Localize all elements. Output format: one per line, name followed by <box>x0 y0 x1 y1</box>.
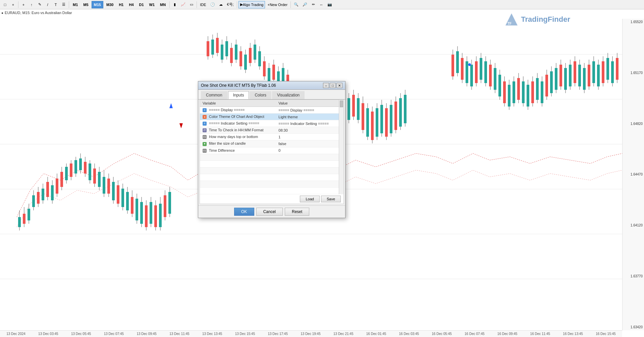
svg-rect-37 <box>84 162 87 174</box>
tools-btn[interactable]: ☰ <box>60 1 67 8</box>
row-variable: ⏱ Time To Check in HH:MM Format <box>200 127 276 134</box>
scroll-btn[interactable]: ↔ <box>318 1 325 8</box>
sep4 <box>197 1 197 8</box>
time-4: 13 Dec 07:45 <box>104 332 124 336</box>
time-12: 16 Dec 01:45 <box>366 332 386 336</box>
svg-rect-215 <box>574 61 576 83</box>
dialog-content: Variable Value ≡ ===== Display ===== ===… <box>200 99 344 204</box>
svg-rect-17 <box>37 192 40 204</box>
dialog-scrollbar[interactable] <box>339 100 343 194</box>
screenshot-btn[interactable]: 📷 <box>326 1 334 8</box>
svg-marker-74 <box>179 123 183 128</box>
algo-trading-btn[interactable]: ▶ Algo Trading <box>238 1 265 8</box>
svg-rect-163 <box>451 55 454 76</box>
ide-btn[interactable]: IDE <box>198 1 208 8</box>
tab-colors[interactable]: Colors <box>250 91 271 99</box>
load-btn[interactable]: Load <box>300 196 319 202</box>
svg-rect-49 <box>112 182 115 200</box>
grid-btn[interactable]: ✏ <box>310 1 317 8</box>
signal-btn[interactable]: €号; <box>225 1 235 8</box>
table-row[interactable]: ▼ filter the size of candle false <box>200 140 339 147</box>
table-body: ≡ ===== Display ===== ===== Display ====… <box>200 107 339 194</box>
history-btn[interactable]: 🕑 <box>209 1 217 8</box>
tf-d1[interactable]: D1 <box>137 1 146 8</box>
table-row[interactable]: 01 Time Difference 0 <box>200 147 339 154</box>
svg-rect-193 <box>522 81 525 103</box>
objects-btn[interactable]: ▭ <box>188 1 195 8</box>
inputs-table: Variable Value ≡ ===== Display ===== ===… <box>200 100 339 194</box>
row-variable: ● Color Theme Of Chart And Object <box>200 114 276 120</box>
pen-btn[interactable]: ✎ <box>36 1 43 8</box>
chart-type-btn[interactable]: ▮ <box>171 1 178 8</box>
sep2 <box>69 1 69 8</box>
line-btn[interactable]: / <box>44 1 51 8</box>
svg-rect-51 <box>117 185 119 204</box>
time-3: 13 Dec 05:45 <box>71 332 91 336</box>
svg-rect-29 <box>65 167 68 180</box>
dialog-close-btn[interactable]: ✕ <box>336 83 342 88</box>
table-row[interactable]: ● Color Theme Of Chart And Object Light … <box>200 114 339 120</box>
row-value: 1 <box>276 134 339 140</box>
row-variable: 01 How many days top or bottom <box>200 134 276 140</box>
time-7: 13 Dec 13:45 <box>202 332 222 336</box>
ok-btn[interactable]: OK <box>234 208 254 216</box>
table-row[interactable]: ≡ ===== Display ===== ===== Display ====… <box>200 107 339 114</box>
sep6 <box>290 1 291 8</box>
time-2: 13 Dec 03:45 <box>38 332 58 336</box>
svg-rect-89 <box>235 45 237 60</box>
dialog-titlebar[interactable]: One Shot One Kill ICT MT5 By TFlab 1.06 … <box>198 81 345 90</box>
arrow-btn[interactable]: ↑ <box>28 1 35 8</box>
tf-w1[interactable]: W1 <box>147 1 157 8</box>
svg-rect-91 <box>239 51 242 66</box>
time-19: 16 Dec 15:45 <box>596 332 616 336</box>
zoom-out-btn[interactable]: 🔎 <box>301 1 309 8</box>
indicators-btn[interactable]: 📈 <box>179 1 187 8</box>
table-header: Variable Value <box>200 100 339 107</box>
sep3 <box>169 1 170 8</box>
tf-h1[interactable]: H1 <box>116 1 126 8</box>
svg-marker-75 <box>169 103 173 108</box>
row-value: ===== Indicator Setting ===== <box>276 120 339 127</box>
zoom-chart-btn[interactable]: 🔍 <box>292 1 300 8</box>
table-row[interactable]: 01 How many days top or bottom 1 <box>200 134 339 140</box>
svg-rect-159 <box>399 98 402 127</box>
tab-common[interactable]: Common <box>201 91 227 99</box>
svg-rect-181 <box>494 68 496 90</box>
svg-rect-79 <box>211 40 214 55</box>
svg-rect-189 <box>513 81 515 103</box>
svg-rect-195 <box>527 85 529 107</box>
tf-m30[interactable]: M30 <box>104 1 116 8</box>
table-row[interactable]: ≡ ===== Indicator Setting ===== ===== In… <box>200 120 339 127</box>
tf-mn[interactable]: MN <box>158 1 168 8</box>
svg-rect-23 <box>51 185 54 200</box>
save-btn[interactable]: Save <box>321 196 341 202</box>
svg-rect-141 <box>357 98 360 120</box>
reset-btn[interactable]: Reset <box>285 208 309 216</box>
dialog-restore-btn[interactable]: □ <box>330 83 336 88</box>
new-order-btn[interactable]: + New Order <box>266 1 289 8</box>
dialog-minimize-btn[interactable]: – <box>323 83 329 88</box>
time-14: 16 Dec 05:45 <box>432 332 452 336</box>
new-chart-btn[interactable]: □ <box>1 1 9 8</box>
cloud-btn[interactable]: ☁ <box>217 1 225 8</box>
table-row[interactable]: ⏱ Time To Check in HH:MM Format 08:30 <box>200 127 339 134</box>
text-btn[interactable]: T <box>52 1 59 8</box>
tf-m15[interactable]: M15 <box>92 1 103 8</box>
zoom-in-btn[interactable]: + <box>9 1 17 8</box>
svg-rect-217 <box>578 65 581 86</box>
cancel-btn[interactable]: Cancel <box>256 208 283 216</box>
crosshair-btn[interactable]: + <box>20 1 27 8</box>
svg-rect-93 <box>244 55 247 70</box>
tab-inputs[interactable]: Inputs <box>228 91 249 99</box>
tf-h4[interactable]: H4 <box>126 1 136 8</box>
price-axis: 1.65520 1.65170 1.64820 1.64470 1.64120 … <box>622 19 644 330</box>
price-3: 1.64820 <box>624 122 643 126</box>
svg-rect-57 <box>131 197 133 214</box>
tf-m5[interactable]: M5 <box>81 1 91 8</box>
table-row-empty <box>200 154 339 160</box>
tf-m1[interactable]: M1 <box>70 1 80 8</box>
tab-visualization[interactable]: Visualization <box>272 91 305 99</box>
svg-rect-227 <box>602 61 604 83</box>
svg-rect-209 <box>559 65 562 86</box>
scrollbar-thumb[interactable] <box>340 100 343 107</box>
